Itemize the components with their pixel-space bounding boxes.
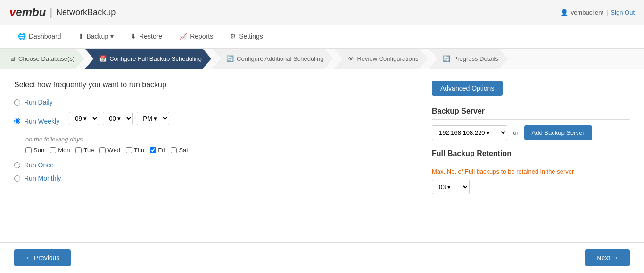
nav-restore[interactable]: ⬇ Restore <box>122 25 171 49</box>
day-sun: Sun <box>25 147 44 154</box>
step-choose-db-label: Choose Database(s) <box>18 55 74 62</box>
top-header: vembu | NetworkBackup 👤 vembuclient | Si… <box>0 0 644 25</box>
section-title: Select how frequently you want to run ba… <box>14 81 413 89</box>
reports-icon: 📈 <box>179 33 187 40</box>
run-weekly-radio[interactable] <box>14 118 20 124</box>
run-monthly-option: Run Monthly <box>14 174 413 182</box>
server-ip-select[interactable]: 192.168.108.220 ▾ <box>432 125 507 140</box>
restore-icon: ⬇ <box>131 33 136 40</box>
nav-bar: 🌐 Dashboard ⬆ Backup ▾ ⬇ Restore 📈 Repor… <box>0 25 644 49</box>
day-fri-label[interactable]: Fri <box>158 147 165 154</box>
run-daily-label[interactable]: Run Daily <box>24 99 53 106</box>
day-wed-label[interactable]: Wed <box>107 147 120 154</box>
step-configure-full: 📅 Configure Full Backup Scheduling <box>85 49 211 69</box>
days-section: on the following days. Sun Mon Tue <box>25 136 413 154</box>
run-daily-option: Run Daily <box>14 99 413 106</box>
right-panel: Advanced Options Backup Server 192.168.1… <box>432 81 630 194</box>
logo-divider: | <box>50 6 52 18</box>
nav-reports-label: Reports <box>190 33 213 40</box>
choose-db-icon: 🖥 <box>9 55 16 62</box>
day-sun-checkbox[interactable] <box>25 147 32 153</box>
day-sat: Sat <box>171 147 188 154</box>
username: vembuclient <box>571 9 603 16</box>
day-sat-checkbox[interactable] <box>171 147 177 153</box>
server-row: 192.168.108.220 ▾ or Add Backup Server <box>432 125 630 140</box>
day-tue-checkbox[interactable] <box>75 147 82 153</box>
day-sat-label[interactable]: Sat <box>179 147 188 154</box>
period-select[interactable]: AM PM ▾ <box>137 112 169 125</box>
step-progress-label: Progress Details <box>453 55 498 62</box>
backup-icon: ⬆ <box>78 33 84 40</box>
advanced-options-button[interactable]: Advanced Options <box>432 81 503 96</box>
add-backup-server-button[interactable]: Add Backup Server <box>524 125 592 140</box>
run-monthly-radio[interactable] <box>14 175 20 182</box>
nav-dashboard-label: Dashboard <box>29 33 61 40</box>
run-weekly-label[interactable]: Run Weekly <box>24 117 59 125</box>
retention-highlight: Full backups <box>465 168 499 175</box>
nav-backup[interactable]: ⬆ Backup ▾ <box>70 25 123 49</box>
day-fri: Fri <box>150 147 165 154</box>
backup-server-title: Backup Server <box>432 107 630 120</box>
minute-select[interactable]: 00 ▾ 15 30 45 <box>103 112 133 125</box>
run-once-option: Run Once <box>14 161 413 169</box>
logo-product: NetworkBackup <box>56 8 116 17</box>
step-configure-additional-label: Configure Additional Scheduling <box>237 55 323 62</box>
day-thu: Thu <box>126 147 144 154</box>
user-separator: | <box>606 9 608 16</box>
logo-rest: embu <box>16 6 46 19</box>
nav-settings[interactable]: ⚙ Settings <box>222 25 272 49</box>
retention-row: 01 02 03 ▾ 04 05 <box>432 180 630 194</box>
nav-reports[interactable]: 📈 Reports <box>171 25 222 49</box>
run-weekly-option: Run Weekly 09 ▾ 10 11 00 ▾ 15 30 45 AM <box>14 112 413 130</box>
nav-settings-label: Settings <box>239 33 263 40</box>
day-wed-checkbox[interactable] <box>99 147 106 153</box>
retention-prefix: Max. No. of <box>432 168 465 175</box>
logo: vembu | NetworkBackup <box>9 6 116 19</box>
signout-link[interactable]: Sign Out <box>611 9 635 16</box>
run-once-label[interactable]: Run Once <box>24 161 54 169</box>
or-text: or <box>513 129 519 136</box>
settings-icon: ⚙ <box>230 33 236 40</box>
day-mon-label[interactable]: Mon <box>58 147 70 154</box>
progress-icon: 🔄 <box>443 55 450 62</box>
day-thu-checkbox[interactable] <box>126 147 132 153</box>
steps-bar: 🖥 Choose Database(s) 📅 Configure Full Ba… <box>0 49 644 69</box>
left-panel: Select how frequently you want to run ba… <box>14 81 413 194</box>
day-sun-label[interactable]: Sun <box>33 147 44 154</box>
day-thu-label[interactable]: Thu <box>134 147 144 154</box>
user-icon: 👤 <box>561 9 568 16</box>
step-review-label: Review Configurations <box>357 55 418 62</box>
nav-backup-label: Backup ▾ <box>87 33 114 40</box>
retention-label: Max. No. of Full backups to be retained … <box>432 168 630 175</box>
step-review: 👁 Review Configurations <box>334 49 428 69</box>
user-area: 👤 vembuclient | Sign Out <box>561 9 635 16</box>
step-configure-full-label: Configure Full Backup Scheduling <box>109 55 202 62</box>
nav-restore-label: Restore <box>139 33 162 40</box>
day-fri-checkbox[interactable] <box>150 147 156 153</box>
main-content: Select how frequently you want to run ba… <box>0 69 644 206</box>
days-label: on the following days. <box>25 136 413 143</box>
dashboard-icon: 🌐 <box>18 33 26 40</box>
day-mon: Mon <box>50 147 70 154</box>
run-daily-radio[interactable] <box>14 99 20 106</box>
retention-value-select[interactable]: 01 02 03 ▾ 04 05 <box>432 180 470 194</box>
step-choose-db: 🖥 Choose Database(s) <box>0 49 84 69</box>
days-row: Sun Mon Tue Wed <box>25 147 413 154</box>
hour-select[interactable]: 09 ▾ 10 11 <box>69 112 99 125</box>
day-tue: Tue <box>75 147 94 154</box>
review-icon: 👁 <box>348 55 354 62</box>
day-tue-label[interactable]: Tue <box>83 147 94 154</box>
logo-v: v <box>9 6 16 19</box>
run-monthly-label[interactable]: Run Monthly <box>24 174 61 182</box>
run-once-radio[interactable] <box>14 162 20 168</box>
retention-title: Full Backup Retention <box>432 149 630 162</box>
day-wed: Wed <box>99 147 120 154</box>
nav-dashboard[interactable]: 🌐 Dashboard <box>9 25 70 49</box>
retention-suffix: to be retained in the server <box>499 168 574 175</box>
configure-full-icon: 📅 <box>99 55 107 62</box>
step-progress: 🔄 Progress Details <box>429 49 507 69</box>
day-mon-checkbox[interactable] <box>50 147 56 153</box>
configure-additional-icon: 🔄 <box>226 55 234 62</box>
step-configure-additional: 🔄 Configure Additional Scheduling <box>212 49 333 69</box>
